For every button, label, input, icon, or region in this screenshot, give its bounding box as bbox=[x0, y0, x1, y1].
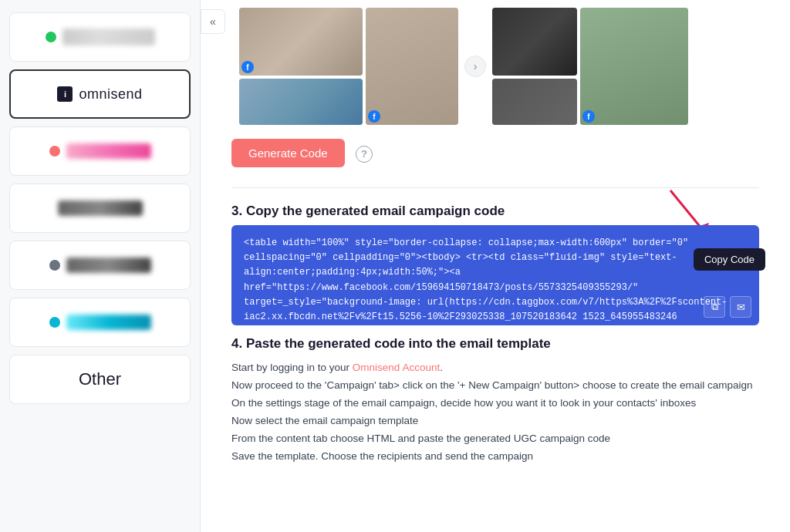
paste-step-2: Now proceed to the 'Campaign' tab> click… bbox=[231, 377, 759, 395]
paste-step-5: From the content tab choose HTML and pas… bbox=[231, 430, 759, 448]
gallery-img-4 bbox=[492, 8, 577, 76]
sidebar-item-omnisend[interactable]: i omnisend bbox=[9, 69, 191, 119]
section-divider bbox=[231, 187, 759, 188]
facebook-badge-2: f bbox=[368, 110, 380, 123]
generate-section: Generate Code ? bbox=[201, 133, 790, 180]
sidebar: i omnisend Other bbox=[0, 0, 201, 532]
sidebar-item-4[interactable] bbox=[9, 184, 191, 233]
other-label: Other bbox=[79, 369, 121, 389]
cyan-dot bbox=[49, 317, 60, 328]
sidebar-item-6[interactable] bbox=[9, 298, 191, 347]
generate-code-button[interactable]: Generate Code bbox=[231, 139, 345, 167]
code-block-wrapper: <table width="100%" style="border-collap… bbox=[231, 225, 759, 325]
copy-section-title: 3. Copy the generated email campaign cod… bbox=[201, 196, 790, 225]
omnisend-label: omnisend bbox=[79, 86, 142, 103]
code-text: <table width="100%" style="border-collap… bbox=[244, 237, 728, 325]
image-gallery: f f › f bbox=[201, 0, 790, 133]
sidebar-item-other[interactable]: Other bbox=[9, 355, 191, 404]
paste-step-6: Save the template. Choose the recipients… bbox=[231, 448, 759, 466]
blurred-logo-6 bbox=[66, 315, 151, 330]
blurred-logo-1 bbox=[62, 29, 155, 45]
step-1-text-before: Start by logging in to your bbox=[231, 362, 353, 373]
copy-icon: ⧉ bbox=[711, 301, 718, 313]
paste-section: 4. Paste the generated code into the ema… bbox=[201, 325, 790, 473]
paste-step-4: Now select the email campaign template bbox=[231, 412, 759, 430]
sidebar-item-1[interactable] bbox=[9, 12, 191, 62]
email-icon: ✉ bbox=[737, 301, 745, 313]
facebook-badge-3: f bbox=[582, 110, 595, 123]
blurred-logo-3 bbox=[66, 143, 151, 159]
blurred-logo-4 bbox=[58, 200, 143, 216]
omnisend-account-link[interactable]: Omnisend Account bbox=[353, 362, 440, 373]
pink-dot bbox=[49, 146, 60, 157]
gallery-img-2 bbox=[239, 79, 363, 125]
paste-step-3: On the settings stage of the email campa… bbox=[231, 395, 759, 412]
gallery-img-3: f bbox=[366, 8, 458, 125]
code-block: <table width="100%" style="border-collap… bbox=[231, 225, 759, 325]
paste-section-title: 4. Paste the generated code into the ema… bbox=[231, 336, 759, 352]
collapse-icon: « bbox=[210, 15, 216, 28]
gallery-next-arrow[interactable]: › bbox=[464, 56, 486, 77]
help-icon[interactable]: ? bbox=[356, 146, 373, 163]
blurred-logo-5 bbox=[66, 258, 151, 273]
paste-step-1: Start by logging in to your Omnisend Acc… bbox=[231, 359, 759, 377]
email-icon-button[interactable]: ✉ bbox=[730, 296, 751, 318]
dark-dot bbox=[49, 260, 60, 271]
facebook-badge-1: f bbox=[241, 61, 254, 73]
sidebar-item-3[interactable] bbox=[9, 126, 191, 176]
gallery-img-1: f bbox=[239, 8, 363, 76]
copy-code-button[interactable]: Copy Code bbox=[694, 248, 765, 271]
sidebar-item-5[interactable] bbox=[9, 241, 191, 290]
omnisend-icon: i bbox=[57, 86, 73, 102]
green-dot bbox=[46, 32, 56, 42]
main-content: « f f › bbox=[201, 0, 790, 532]
gallery-img-5 bbox=[492, 79, 577, 125]
collapse-button[interactable]: « bbox=[201, 9, 225, 34]
code-action-icons: ⧉ ✉ bbox=[704, 296, 751, 318]
gallery-img-6: f bbox=[580, 8, 688, 125]
copy-icon-button[interactable]: ⧉ bbox=[704, 296, 725, 318]
paste-instructions: Start by logging in to your Omnisend Acc… bbox=[231, 359, 759, 466]
